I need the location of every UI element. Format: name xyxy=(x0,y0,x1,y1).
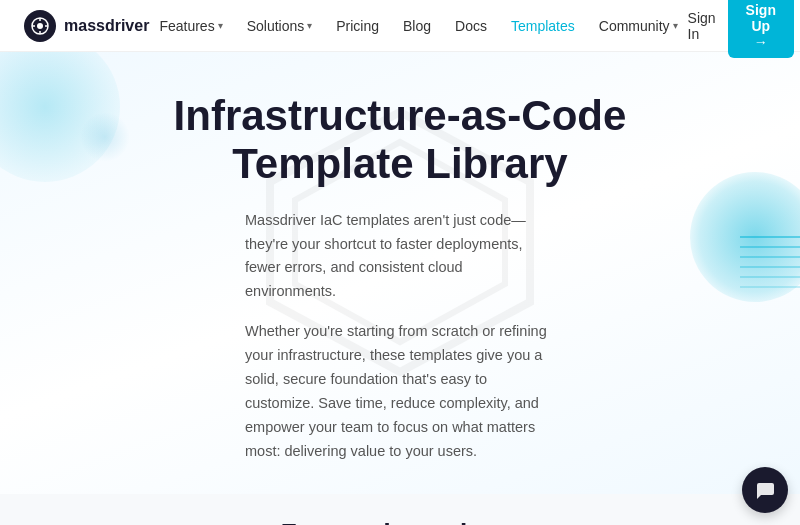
featured-title: Featured templates xyxy=(24,518,776,525)
hero-description-2: Whether you're starting from scratch or … xyxy=(245,320,555,464)
featured-section: Featured templates AWS EKS Cluster GCP G… xyxy=(0,494,800,525)
nav-actions: Sign In Sign Up → xyxy=(688,0,794,58)
decorative-blob-left-small xyxy=(80,112,130,162)
nav-links: Features ▾ Solutions ▾ Pricing Blog Docs… xyxy=(149,12,687,40)
logo-icon xyxy=(24,10,56,42)
decorative-lines-right xyxy=(730,232,800,292)
hero-title: Infrastructure-as-Code Template Library xyxy=(140,92,660,189)
nav-community[interactable]: Community ▾ xyxy=(589,12,688,40)
brand-name: massdriver xyxy=(64,17,149,35)
nav-pricing[interactable]: Pricing xyxy=(326,12,389,40)
nav-features[interactable]: Features ▾ xyxy=(149,12,232,40)
nav-docs[interactable]: Docs xyxy=(445,12,497,40)
nav-templates[interactable]: Templates xyxy=(501,12,585,40)
svg-point-1 xyxy=(37,23,43,29)
brand-logo[interactable]: massdriver xyxy=(24,10,149,42)
chat-button[interactable] xyxy=(742,467,788,513)
chevron-down-icon: ▾ xyxy=(218,20,223,31)
chevron-down-icon: ▾ xyxy=(673,20,678,31)
hero-description-1: Massdriver IaC templates aren't just cod… xyxy=(245,209,555,305)
navbar: massdriver Features ▾ Solutions ▾ Pricin… xyxy=(0,0,800,52)
chevron-down-icon: ▾ xyxy=(307,20,312,31)
signin-button[interactable]: Sign In xyxy=(688,10,716,42)
hero-section: Infrastructure-as-Code Template Library … xyxy=(0,52,800,494)
signup-button[interactable]: Sign Up → xyxy=(728,0,794,58)
nav-blog[interactable]: Blog xyxy=(393,12,441,40)
nav-solutions[interactable]: Solutions ▾ xyxy=(237,12,323,40)
